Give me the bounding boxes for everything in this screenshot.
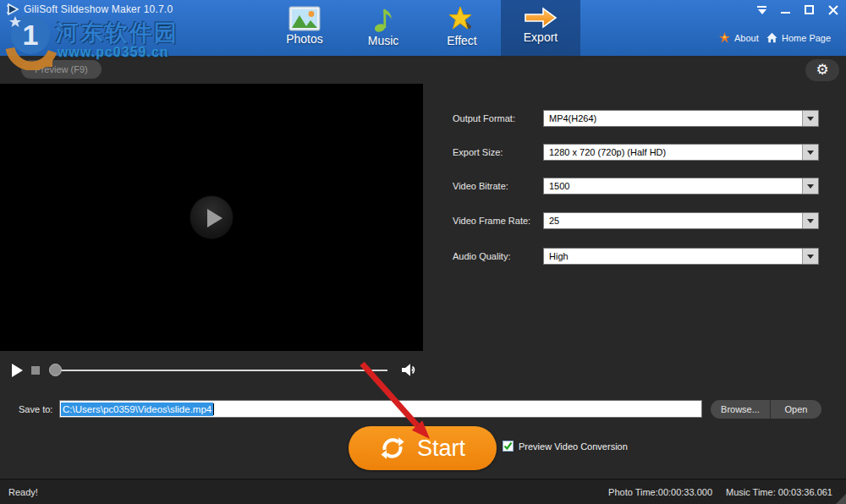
home-icon — [766, 32, 777, 43]
select-value: 1280 x 720 (720p) (Half HD) — [544, 145, 802, 160]
play-icon — [207, 209, 222, 227]
setting-label: Export Size: — [453, 147, 543, 157]
about-link[interactable]: About — [719, 32, 759, 43]
tab-label: Effect — [422, 34, 502, 47]
tab-music[interactable]: Music — [343, 0, 423, 56]
checkbox-box[interactable] — [503, 441, 514, 452]
save-buttons: Browse... Open — [711, 400, 821, 419]
status-text: Ready! — [8, 487, 38, 497]
chevron-down-icon — [807, 117, 814, 121]
photos-icon — [288, 6, 321, 31]
audio-quality-select[interactable]: High — [543, 248, 819, 265]
export-arrow-icon — [523, 6, 558, 30]
setting-row-output-format: Output Format: MP4(H264) — [453, 110, 819, 127]
seek-slider-knob[interactable] — [49, 364, 62, 376]
window-controls — [756, 5, 839, 15]
setting-row-export-size: Export Size: 1280 x 720 (720p) (Half HD) — [453, 144, 819, 161]
chevron-down-icon — [758, 9, 766, 14]
status-bar: Ready! Photo Time:00:00:33.000 Music Tim… — [0, 479, 846, 504]
gear-icon: ⚙ — [816, 62, 828, 78]
export-size-select[interactable]: 1280 x 720 (720p) (Half HD) — [543, 144, 819, 161]
dropdown-arrow-button[interactable] — [802, 213, 818, 228]
about-star-icon — [719, 32, 730, 43]
setting-label: Audio Quality: — [453, 251, 543, 261]
window-menu-button[interactable] — [756, 5, 768, 15]
volume-icon[interactable] — [401, 363, 418, 377]
dropdown-arrow-button[interactable] — [802, 249, 818, 264]
select-value: High — [544, 249, 802, 264]
setting-row-audio-quality: Audio Quality: High — [453, 248, 819, 265]
dropdown-arrow-button[interactable] — [802, 145, 818, 160]
app-window: GiliSoft Sildeshow Maker 10.7.0 — [0, 0, 846, 504]
close-button[interactable] — [827, 5, 839, 15]
tab-export[interactable]: Export — [501, 0, 580, 56]
maximize-icon — [805, 5, 814, 14]
setting-label: Output Format: — [453, 113, 543, 123]
resize-grip[interactable] — [836, 494, 846, 504]
save-to-label: Save to: — [19, 404, 52, 414]
chevron-down-icon — [807, 184, 814, 189]
setting-row-frame-rate: Video Frame Rate: 25 — [453, 212, 819, 229]
preview-conversion-checkbox[interactable]: Preview Video Conversion — [503, 441, 628, 452]
app-logo-icon — [6, 3, 19, 16]
open-button[interactable]: Open — [771, 400, 821, 419]
select-value: MP4(H264) — [544, 111, 802, 126]
chevron-down-icon — [807, 219, 814, 223]
settings-gear-button[interactable]: ⚙ — [805, 59, 839, 81]
window-title: GiliSoft Sildeshow Maker 10.7.0 — [24, 3, 173, 15]
about-label: About — [734, 33, 759, 43]
select-value: 25 — [544, 213, 802, 228]
player-play-button[interactable] — [12, 364, 23, 377]
tab-label: Music — [343, 34, 423, 47]
setting-label: Video Bitrate: — [453, 181, 543, 191]
output-format-select[interactable]: MP4(H264) — [543, 110, 819, 127]
effect-wand-icon — [448, 6, 476, 33]
time-info: Photo Time:00:00:33.000 Music Time: 00:0… — [608, 487, 832, 497]
select-value: 1500 — [544, 178, 802, 194]
start-button[interactable]: Start — [349, 426, 497, 470]
save-path-input[interactable]: C:\Users\pc0359\Videos\slide.mp4 — [59, 400, 702, 418]
text-caret — [213, 403, 214, 415]
photo-time: Photo Time:00:00:33.000 — [608, 487, 712, 497]
dropdown-arrow-button[interactable] — [802, 178, 818, 194]
menu-icon — [757, 6, 766, 8]
dropdown-arrow-button[interactable] — [802, 111, 818, 126]
seek-slider-track[interactable] — [52, 370, 387, 371]
setting-label: Video Frame Rate: — [453, 216, 543, 226]
chevron-down-icon — [807, 151, 814, 155]
homepage-label: Home Page — [782, 33, 831, 43]
minimize-button[interactable] — [780, 5, 792, 15]
tab-label: Photos — [265, 32, 344, 46]
save-path-value: C:\Users\pc0359\Videos\slide.mp4 — [61, 403, 213, 416]
title-bar: GiliSoft Sildeshow Maker 10.7.0 — [0, 0, 846, 56]
video-bitrate-select[interactable]: 1500 — [543, 178, 819, 194]
checkbox-label: Preview Video Conversion — [519, 441, 628, 452]
check-icon — [503, 441, 513, 451]
browse-button[interactable]: Browse... — [711, 400, 771, 419]
maximize-button[interactable] — [804, 5, 816, 15]
video-play-overlay-button[interactable] — [190, 195, 233, 239]
preview-f9-button[interactable]: Preview (F9) — [21, 60, 102, 79]
frame-rate-select[interactable]: 25 — [543, 212, 819, 229]
homepage-link[interactable]: Home Page — [766, 32, 831, 43]
music-icon — [371, 6, 395, 33]
music-time: Music Time: 00:03:36.061 — [726, 487, 832, 497]
start-label: Start — [417, 436, 465, 462]
tab-photos[interactable]: Photos — [265, 0, 344, 56]
tab-effect[interactable]: Effect — [422, 0, 502, 56]
tab-label: Export — [501, 30, 580, 44]
player-stop-button[interactable] — [31, 366, 40, 375]
minimize-icon — [781, 12, 790, 14]
convert-refresh-icon — [380, 436, 405, 461]
setting-row-video-bitrate: Video Bitrate: 1500 — [453, 178, 819, 194]
chevron-down-icon — [807, 255, 814, 259]
